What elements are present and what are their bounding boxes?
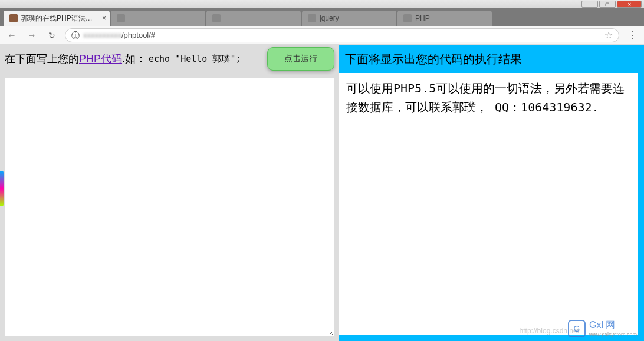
right-column: 下面将显示出您的代码的执行结果 可以使用PHP5.5可以使用的一切语法，另外若需… bbox=[339, 45, 644, 341]
browser-tab[interactable] bbox=[206, 11, 301, 26]
url-path: /phptool/# bbox=[121, 31, 155, 39]
url-input[interactable]: ⓘ xxxxxxxxxx /phptool/# ☆ bbox=[65, 28, 619, 42]
header-example: echo "Hello 郭璞"; bbox=[149, 54, 241, 65]
reload-button[interactable]: ↻ bbox=[45, 29, 59, 41]
forward-button[interactable]: → bbox=[25, 29, 39, 42]
watermark: G Gxl 网 www.gxlsystem.com bbox=[568, 319, 637, 337]
watermark-text: Gxl 网 bbox=[589, 319, 637, 332]
left-header: 在下面写上您的 PHP代码 .如： echo "Hello 郭璞"; 点击运行 bbox=[0, 45, 339, 73]
favicon-icon bbox=[117, 14, 125, 22]
php-code-link[interactable]: PHP代码 bbox=[79, 52, 122, 66]
watermark-logo-icon: G bbox=[568, 320, 586, 337]
code-input[interactable] bbox=[5, 78, 334, 336]
run-button[interactable]: 点击运行 bbox=[267, 47, 334, 71]
header-text-prefix: 在下面写上您的 bbox=[5, 52, 79, 66]
window-minimize-button[interactable]: — bbox=[581, 1, 598, 8]
result-output: 可以使用PHP5.5可以使用的一切语法，另外若需要连接数据库，可以联系郭璞， Q… bbox=[339, 73, 638, 335]
tab-title: PHP bbox=[415, 14, 430, 22]
browser-tab-active[interactable]: 郭璞的在线PHP语法练习 × bbox=[4, 11, 110, 26]
tab-bar: 郭璞的在线PHP语法练习 × jquery PHP bbox=[0, 8, 644, 26]
tab-close-icon[interactable]: × bbox=[102, 14, 106, 22]
browser-tab[interactable] bbox=[111, 11, 205, 26]
favicon-icon bbox=[308, 14, 316, 22]
left-column: 在下面写上您的 PHP代码 .如： echo "Hello 郭璞"; 点击运行 bbox=[0, 45, 339, 341]
address-bar: ← → ↻ ⓘ xxxxxxxxxx /phptool/# ☆ ⋮ bbox=[0, 26, 644, 45]
window-maximize-button[interactable]: ▢ bbox=[599, 1, 616, 8]
favicon-icon bbox=[212, 14, 221, 22]
right-header: 下面将显示出您的代码的执行结果 bbox=[339, 45, 638, 73]
tab-title: jquery bbox=[320, 14, 339, 22]
favicon-icon bbox=[403, 14, 412, 22]
tab-title: 郭璞的在线PHP语法练习 bbox=[21, 14, 96, 24]
bookmark-star-icon[interactable]: ☆ bbox=[604, 29, 613, 41]
header-text-suffix: .如： bbox=[122, 52, 146, 66]
back-button[interactable]: ← bbox=[5, 29, 19, 42]
page-content: 在下面写上您的 PHP代码 .如： echo "Hello 郭璞"; 点击运行 … bbox=[0, 45, 644, 341]
browser-menu-button[interactable]: ⋮ bbox=[625, 29, 639, 41]
side-indicator bbox=[0, 171, 4, 206]
window-close-button[interactable]: ✕ bbox=[617, 1, 642, 8]
window-controls: — ▢ ✕ bbox=[0, 0, 644, 8]
site-info-icon[interactable]: ⓘ bbox=[71, 31, 80, 39]
watermark-sub: www.gxlsystem.com bbox=[589, 332, 637, 337]
url-blurred: xxxxxxxxxx bbox=[83, 31, 121, 39]
favicon-icon bbox=[9, 14, 18, 22]
browser-tab[interactable]: jquery bbox=[302, 11, 396, 26]
browser-tab[interactable]: PHP bbox=[397, 11, 492, 26]
